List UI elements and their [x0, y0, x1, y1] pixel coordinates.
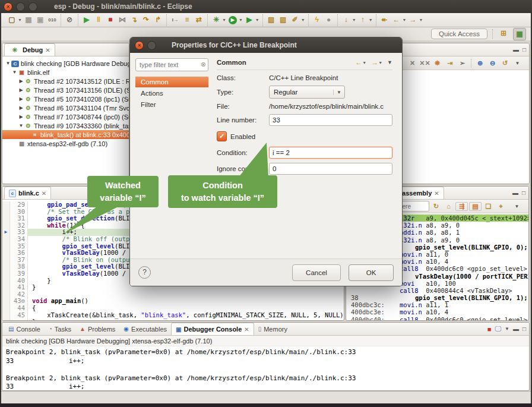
editor-annotation-gutter[interactable]	[2, 263, 10, 270]
close-icon[interactable]: ✕	[244, 326, 249, 333]
window-close-button[interactable]: ✕	[4, 2, 12, 11]
next-annotation-dropdown-icon[interactable]: ▼	[352, 18, 356, 22]
expand-all-icon[interactable]: ⊕	[474, 59, 486, 67]
breakpoint-pointer-icon[interactable]: ►	[2, 229, 10, 236]
tree-item[interactable]: ▼▣blink.elf	[2, 68, 129, 77]
close-icon[interactable]: ✕	[434, 190, 439, 197]
close-icon[interactable]: ✕	[45, 47, 50, 53]
step-return-button[interactable]: ↱	[152, 14, 164, 26]
pin-view-icon[interactable]: ⌖	[495, 203, 506, 210]
dialog-nav-common[interactable]: Common	[135, 77, 208, 87]
external-tools-button[interactable]: ▶	[243, 14, 255, 26]
step-into-button[interactable]: ↴	[128, 14, 140, 26]
external-tools-dropdown-icon[interactable]: ▼	[255, 18, 259, 22]
maximize-icon[interactable]: □	[522, 190, 525, 196]
back-button[interactable]: ←	[391, 14, 403, 26]
view-menu-icon[interactable]: ▼	[512, 61, 523, 66]
view-menu-icon[interactable]: ▼	[511, 204, 522, 209]
sync-selection-icon[interactable]: ⇶	[455, 202, 468, 211]
toggle-annotations-button[interactable]: ●	[323, 14, 335, 26]
open-task-dropdown-icon[interactable]: ▼	[301, 18, 305, 22]
window-maximize-button[interactable]	[28, 2, 37, 11]
previous-annotation-dropdown-icon[interactable]: ▼	[369, 18, 373, 22]
editor-annotation-gutter[interactable]	[2, 318, 10, 321]
console-output[interactable]: Breakpoint 2, blink_task (pvParameter=0x…	[2, 346, 529, 391]
terminate-icon[interactable]: ■	[487, 326, 492, 333]
forward-dropdown-icon[interactable]: ▼	[419, 18, 423, 22]
dialog-nav-actions[interactable]: Actions	[135, 88, 208, 99]
tree-item[interactable]: ≡blink_task() at blink.c:33 0x400dbc34	[2, 130, 129, 139]
back-dropdown-icon[interactable]: ▼	[403, 18, 407, 22]
debug-dropdown-icon[interactable]: ▼	[222, 18, 226, 22]
close-icon[interactable]: ✕	[42, 190, 46, 197]
line-number-input[interactable]	[269, 114, 392, 126]
binary-button[interactable]: 010	[46, 14, 58, 26]
new-wizard-dropdown-icon[interactable]: ▼	[18, 18, 22, 22]
tab-tasks[interactable]: ◔Tasks	[45, 323, 75, 335]
quick-access-button[interactable]: Quick Access	[431, 29, 487, 39]
save-button[interactable]: ▦	[23, 14, 34, 26]
editor-annotation-gutter[interactable]	[2, 257, 10, 264]
tree-expander-icon[interactable]: ▶	[18, 87, 24, 93]
editor-annotation-gutter[interactable]	[2, 236, 10, 243]
disconnect-button[interactable]: ⋈	[116, 14, 128, 26]
forward-icon[interactable]: →	[371, 58, 378, 67]
editor-annotation-gutter[interactable]	[2, 298, 10, 305]
section-menu-icon[interactable]: ▼	[387, 59, 392, 65]
maximize-icon[interactable]: □	[522, 326, 526, 332]
tree-expander-icon[interactable]: ▶	[18, 114, 24, 119]
cancel-button[interactable]: Cancel	[292, 264, 341, 281]
condition-input[interactable]	[269, 147, 392, 159]
tab-debug[interactable]: ✳ Debug ✕	[4, 43, 55, 56]
collapse-all-icon[interactable]: ⊖	[487, 59, 498, 67]
editor-annotation-gutter[interactable]	[2, 277, 10, 285]
editor-annotation-gutter[interactable]	[2, 270, 10, 277]
add-register-group-icon[interactable]: ❋	[432, 59, 443, 67]
open-new-view-icon[interactable]: ❏	[483, 203, 494, 210]
last-edit-location-button[interactable]: ↞	[379, 14, 391, 26]
next-annotation-button[interactable]: ↓	[340, 14, 352, 26]
tree-expander-icon[interactable]: ▶	[18, 78, 24, 84]
tree-expander-icon[interactable]: ▼	[18, 123, 24, 128]
tree-item[interactable]: ▶⚙Thread #6 1073431104 (Tmr Svc) (Suspen…	[2, 103, 129, 112]
type-select[interactable]: Regular ▼	[269, 86, 345, 99]
tab-problems[interactable]: ▲Problems	[75, 323, 119, 335]
maximize-icon[interactable]: □	[522, 46, 526, 53]
tree-expander-icon[interactable]: ▼	[5, 61, 11, 66]
tree-item[interactable]: ▶⚙Thread #2 1073413512 (IDLE : Running)	[2, 77, 129, 86]
pointer-icon[interactable]: ➢	[457, 59, 468, 67]
tab-debugger-console[interactable]: ▣Debugger Console✕	[171, 323, 254, 335]
editor-annotation-gutter[interactable]	[2, 201, 10, 209]
debug-perspective-button[interactable]: ▦	[513, 28, 526, 40]
editor-annotation-gutter[interactable]	[2, 291, 10, 298]
tree-item[interactable]: ▶⚙Thread #7 1073408744 (ipc0) (Suspended…	[2, 112, 129, 121]
open-task-button[interactable]: ✐	[289, 14, 301, 26]
refresh-view-icon[interactable]: ↻	[430, 203, 442, 210]
tree-item[interactable]: ▼⚙Thread #9 1073433360 (blink_task : Sus…	[2, 121, 129, 130]
show-source-icon[interactable]: ▤	[469, 202, 482, 211]
minimize-icon[interactable]: ▬	[512, 190, 518, 196]
suspend-button[interactable]: ‖	[93, 14, 104, 26]
skip-all-breakpoints-button[interactable]: ⊘	[64, 14, 75, 26]
home-icon[interactable]: ⌂	[443, 203, 454, 210]
tab-console[interactable]: ▤Console	[4, 323, 45, 335]
resume-button[interactable]: ▶	[81, 14, 93, 26]
tree-item[interactable]: ▦xtensa-esp32-elf-gdb (7.10)	[2, 139, 129, 148]
editor-annotation-gutter[interactable]	[2, 209, 10, 216]
tree-expander-icon[interactable]: ▶	[18, 96, 24, 102]
save-all-button[interactable]: ▣	[34, 14, 46, 26]
dialog-close-button[interactable]: ✕	[135, 41, 144, 50]
editor-annotation-gutter[interactable]	[2, 243, 10, 250]
help-button[interactable]: ?	[138, 266, 151, 279]
enabled-checkbox[interactable]: ✓	[217, 131, 227, 141]
remove-expression-icon[interactable]: ✕	[407, 59, 418, 67]
tree-item[interactable]: ▶⚙Thread #3 1073413156 (IDLE) (Suspended…	[2, 86, 129, 94]
terminate-button[interactable]: ■	[104, 14, 116, 26]
back-icon[interactable]: ←	[355, 58, 362, 67]
editor-annotation-gutter[interactable]	[2, 250, 10, 257]
editor-annotation-gutter[interactable]	[2, 222, 10, 229]
tab-memory[interactable]: ▯Memory	[254, 323, 292, 335]
tree-expander-icon[interactable]: ▶	[18, 105, 24, 111]
open-resource-button[interactable]: ▨	[277, 14, 289, 26]
dialog-nav-filter[interactable]: Filter	[135, 99, 208, 110]
